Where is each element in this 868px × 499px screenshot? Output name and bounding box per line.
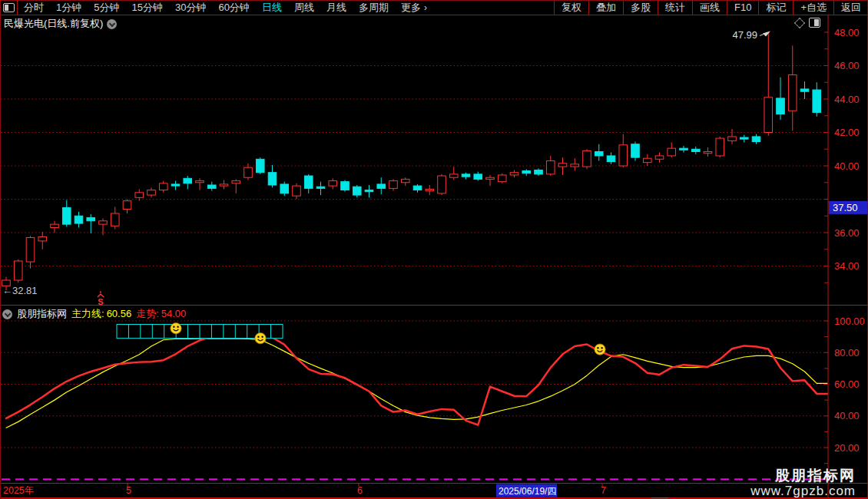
split-window-icon	[3, 3, 15, 12]
price-axis-label: 40.00	[834, 160, 860, 172]
price-axis-label: 46.00	[834, 60, 860, 71]
price-axis-label: 34.00	[834, 260, 860, 272]
period-tab-5[interactable]: 30分钟	[169, 0, 212, 15]
indicator-header: 股朋指标网 主力线:60.56 走势:54.00	[2, 307, 186, 321]
toolbar-item-8[interactable]: +自选	[793, 0, 833, 15]
period-tab-9[interactable]: 月线	[320, 0, 353, 15]
chart-corner-icons	[796, 18, 820, 28]
toolbar-item-5[interactable]: 画线	[692, 0, 727, 15]
toolbar-item-4[interactable]: 统计	[658, 0, 692, 15]
collapse-indicator-icon[interactable]	[2, 309, 12, 319]
date-axis-month: 6	[357, 485, 363, 496]
indicator-line-trend	[6, 332, 827, 425]
period-tab-3[interactable]: 5分钟	[88, 0, 125, 15]
indicator-axis-label: 40.00	[834, 410, 860, 421]
chart-canvas[interactable]: 48.0046.0044.0042.0040.0036.0034.0037.50…	[0, 0, 868, 499]
low-price-annotation: ←32.81	[2, 285, 38, 296]
period-tab-4[interactable]: 15分钟	[125, 0, 168, 15]
price-axis-label: 48.00	[834, 27, 860, 38]
indicator-axis-label: 80.00	[834, 347, 860, 359]
price-tag-value: 37.50	[833, 202, 858, 213]
chart-title-row: 民爆光电(日线.前复权)	[4, 17, 117, 31]
period-tab-10[interactable]: 多周期	[353, 0, 395, 15]
toolbar-item-7[interactable]: 标记	[758, 0, 793, 15]
chart-title: 民爆光电(日线.前复权)	[4, 17, 103, 31]
indicator-axis-label: 60.00	[834, 378, 860, 390]
toolbar-item-6[interactable]: F10	[727, 0, 758, 15]
main-line-readout: 主力线:60.56	[71, 307, 131, 321]
indicator-axis-label: 100.00	[834, 316, 865, 327]
period-tabs: 分时1分钟5分钟15分钟30分钟60分钟日线周线月线多周期更多›	[18, 0, 432, 15]
period-tab-2[interactable]: 1分钟	[50, 0, 88, 15]
indicator-axis-label: 20.00	[834, 442, 860, 454]
toolbar-item-9[interactable]: 返回	[833, 0, 868, 15]
diamond-icon[interactable]	[794, 17, 805, 28]
indicator-source-label: 股朋指标网	[17, 307, 67, 321]
chevron-down-circle-icon[interactable]	[107, 19, 117, 29]
toolbar-menu: 复权叠加多股统计画线F10标记+自选返回	[554, 0, 868, 15]
period-tab-7[interactable]: 日线	[256, 0, 288, 15]
date-axis-month: 5	[126, 485, 131, 496]
period-tab-8[interactable]: 周线	[288, 0, 320, 15]
watermark-site-name: 股朋指标网	[750, 468, 856, 484]
date-axis-year: 2025年	[3, 485, 34, 496]
period-tab-1[interactable]: 分时	[18, 0, 50, 15]
watermark-url: www.7gpzb.com	[750, 484, 856, 498]
period-tab-11[interactable]: 更多	[395, 0, 427, 15]
smiley-icon	[595, 344, 605, 355]
toolbar-item-2[interactable]: 叠加	[588, 0, 623, 15]
period-tab-6[interactable]: 60分钟	[212, 0, 255, 15]
high-price-annotation: 47.99	[732, 29, 757, 41]
sell-marker: S	[98, 297, 103, 306]
toolbar-item-1[interactable]: 复权	[554, 0, 588, 15]
arrow-right-icon	[763, 31, 770, 37]
toolbar-item-3[interactable]: 多股	[623, 0, 658, 15]
top-menu-bar: 分时1分钟5分钟15分钟30分钟60分钟日线周线月线多周期更多› 复权叠加多股统…	[0, 0, 868, 15]
price-axis-label: 44.00	[834, 94, 860, 105]
smiley-icon	[255, 332, 266, 343]
watermark: 股朋指标网 www.7gpzb.com	[750, 468, 856, 498]
price-axis-label: 42.00	[834, 127, 860, 138]
trend-line-readout: 走势:54.00	[136, 307, 186, 321]
split-box-icon[interactable]	[809, 18, 820, 28]
date-highlight-value: 2025/06/19/四	[499, 486, 556, 497]
date-axis-month: 7	[601, 485, 606, 496]
price-axis-label: 36.00	[834, 227, 860, 239]
window-layout-button[interactable]	[0, 0, 18, 15]
smiley-icon	[171, 322, 181, 333]
more-arrow-icon: ›	[424, 2, 432, 13]
